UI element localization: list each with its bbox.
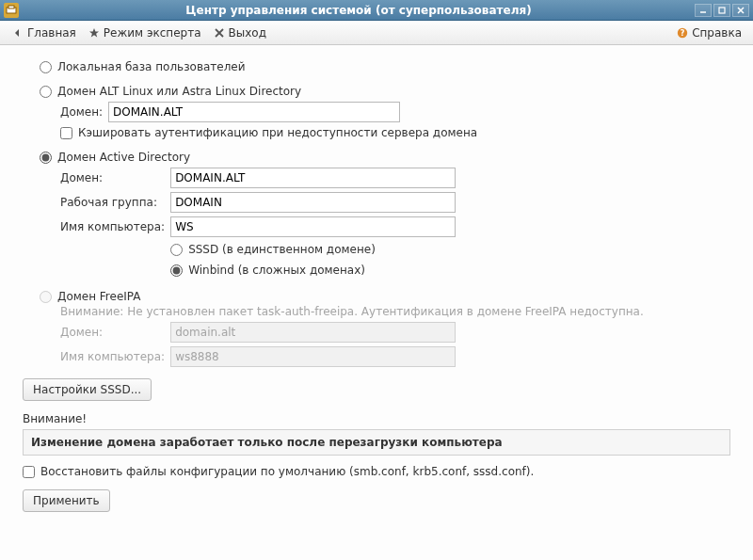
- close-icon: [213, 26, 226, 40]
- radio-alt-domain[interactable]: [40, 86, 52, 98]
- toolbar-home[interactable]: Главная: [6, 24, 82, 41]
- radio-winbind-backend[interactable]: [170, 264, 183, 277]
- ad-computer-field-label: Имя компьютера:: [60, 220, 165, 233]
- star-icon: [88, 26, 101, 40]
- ad-domain-field[interactable]: [170, 168, 456, 188]
- toolbar-exit-label: Выход: [229, 26, 266, 40]
- radio-winbind-backend-label: Winbind (в сложных доменах): [188, 264, 365, 277]
- alt-cache-label: Кэшировать аутентификацию при недоступно…: [78, 126, 477, 139]
- restore-defaults-label: Восстановить файлы конфигурации по умолч…: [40, 465, 534, 478]
- notice-box: Изменение домена заработает только после…: [23, 429, 730, 456]
- toolbar-expert-label: Режим эксперта: [104, 26, 201, 40]
- freeipa-computer-field-label: Имя компьютера:: [60, 350, 165, 363]
- svg-marker-7: [89, 28, 99, 38]
- back-arrow-icon: [11, 26, 24, 40]
- sssd-settings-button[interactable]: Настройки SSSD...: [23, 378, 152, 401]
- toolbar-help-label: Справка: [692, 26, 742, 40]
- help-icon: ?: [676, 26, 689, 40]
- freeipa-warning-label: Внимание:: [60, 305, 123, 318]
- toolbar-exit[interactable]: Выход: [207, 24, 272, 41]
- freeipa-warning-text: Не установлен пакет task-auth-freeipa. А…: [127, 305, 644, 318]
- content-area: Локальная база пользователей Домен ALT L…: [0, 45, 753, 560]
- radio-sssd-backend[interactable]: [170, 244, 183, 256]
- freeipa-domain-field: [170, 322, 456, 343]
- radio-ad-domain[interactable]: [40, 152, 52, 164]
- window-title: Центр управления системой (от суперпольз…: [23, 4, 695, 17]
- svg-text:?: ?: [681, 29, 685, 38]
- ad-computer-field[interactable]: [170, 216, 456, 237]
- freeipa-domain-field-label: Домен:: [60, 326, 165, 339]
- notice-heading: Внимание!: [23, 412, 730, 425]
- radio-local-db-label: Локальная база пользователей: [57, 60, 246, 73]
- toolbar-home-label: Главная: [27, 26, 76, 40]
- alt-domain-field[interactable]: [108, 102, 400, 122]
- radio-ad-domain-label: Домен Active Directory: [57, 151, 190, 164]
- alt-cache-checkbox[interactable]: [60, 127, 72, 139]
- radio-sssd-backend-label: SSSD (в единственном домене): [188, 243, 376, 256]
- toolbar-expert-mode[interactable]: Режим эксперта: [82, 24, 207, 41]
- window-titlebar: Центр управления системой (от суперпольз…: [0, 0, 753, 21]
- radio-alt-domain-label: Домен ALT Linux или Astra Linux Director…: [57, 85, 301, 98]
- ad-workgroup-field[interactable]: [170, 192, 456, 213]
- ad-domain-field-label: Домен:: [60, 171, 165, 184]
- restore-defaults-checkbox[interactable]: [23, 466, 35, 478]
- svg-marker-6: [15, 29, 19, 37]
- svg-rect-1: [8, 6, 14, 8]
- radio-freeipa-domain[interactable]: [40, 291, 52, 303]
- radio-local-db[interactable]: [40, 61, 52, 73]
- window-maximize-button[interactable]: [713, 4, 730, 17]
- window-close-button[interactable]: [732, 4, 749, 17]
- ad-workgroup-field-label: Рабочая группа:: [60, 196, 165, 209]
- alt-domain-field-label: Домен:: [60, 105, 103, 119]
- radio-freeipa-domain-label: Домен FreeIPA: [57, 290, 141, 303]
- apply-button[interactable]: Применить: [23, 489, 110, 512]
- freeipa-computer-field: [170, 346, 456, 367]
- main-toolbar: Главная Режим эксперта Выход ? Справка: [0, 21, 753, 45]
- svg-rect-3: [719, 8, 725, 13]
- app-icon: [4, 3, 19, 18]
- notice-text: Изменение домена заработает только после…: [31, 436, 503, 449]
- window-minimize-button[interactable]: [695, 4, 712, 17]
- toolbar-help[interactable]: ? Справка: [670, 24, 747, 41]
